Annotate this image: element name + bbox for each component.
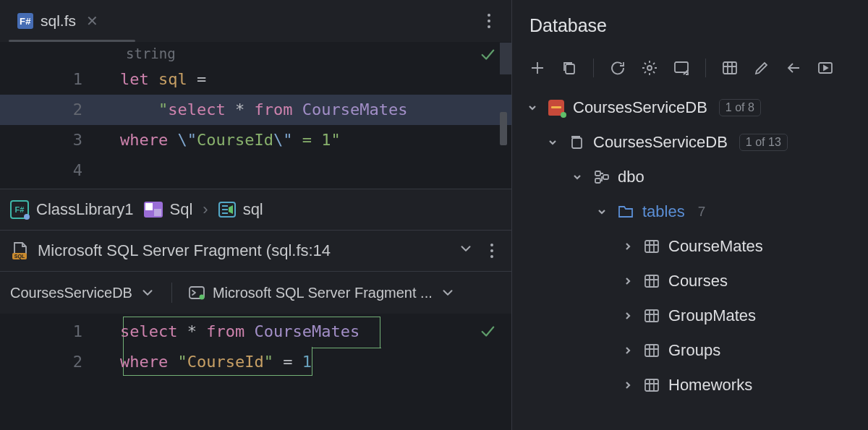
code-escape: \" bbox=[273, 131, 293, 149]
tree-table[interactable]: Courses bbox=[525, 264, 862, 298]
svg-rect-21 bbox=[645, 275, 658, 287]
settings-button[interactable] bbox=[639, 57, 660, 79]
line-number: 2 bbox=[0, 347, 120, 377]
sql-star: * bbox=[187, 322, 197, 340]
close-icon[interactable]: ✕ bbox=[86, 12, 98, 30]
sql-keyword-select: select bbox=[120, 322, 187, 340]
sql-quote: " bbox=[264, 353, 273, 371]
fsharp-project-icon: F# bbox=[10, 200, 29, 219]
duplicate-button[interactable] bbox=[558, 57, 580, 79]
code-editor[interactable]: string 1 let sql = 2 "select * from Cour… bbox=[0, 42, 511, 189]
datasource-selector[interactable]: CoursesServiceDB bbox=[10, 285, 156, 301]
chevron-down-icon[interactable] bbox=[570, 170, 584, 184]
tree-label: Courses bbox=[668, 272, 728, 291]
tree-table[interactable]: Homeworks bbox=[525, 368, 862, 403]
table-view-button[interactable] bbox=[719, 57, 741, 79]
fragment-title: Microsoft SQL Server Fragment (sql.fs:14 bbox=[38, 241, 449, 260]
line-number: 1 bbox=[0, 317, 120, 347]
sql-keyword-from: from bbox=[197, 322, 254, 340]
chevron-down-icon[interactable] bbox=[525, 100, 540, 115]
run-button[interactable] bbox=[814, 57, 836, 79]
fragment-header: SQL Microsoft SQL Server Fragment (sql.f… bbox=[0, 230, 511, 271]
editor-tab-sqlfs[interactable]: F# sql.fs ✕ bbox=[7, 0, 109, 42]
tree-label: tables bbox=[642, 202, 685, 221]
dialect-selector[interactable]: Microsoft SQL Server Fragment ... bbox=[188, 285, 456, 301]
code-indent bbox=[120, 100, 158, 119]
breadcrumb-module[interactable]: Sql bbox=[144, 200, 193, 219]
line-number: 1 bbox=[0, 64, 120, 95]
table-icon bbox=[642, 272, 661, 291]
breadcrumb: F# ClassLibrary1 Sql › sql bbox=[0, 189, 511, 230]
chevron-right-icon[interactable] bbox=[621, 343, 635, 358]
tree-label: CourseMates bbox=[668, 237, 763, 256]
tree-tables-folder[interactable]: tables 7 bbox=[525, 194, 862, 229]
svg-point-6 bbox=[490, 244, 493, 246]
sql-keyword-where: where bbox=[120, 353, 177, 371]
edit-button[interactable] bbox=[751, 57, 773, 79]
sql-star: * bbox=[235, 100, 244, 119]
sql-eq: = bbox=[273, 353, 302, 371]
tree-label: CoursesServiceDB bbox=[573, 98, 707, 117]
chevron-right-icon[interactable] bbox=[621, 378, 635, 392]
divider bbox=[705, 59, 706, 77]
refresh-button[interactable] bbox=[607, 57, 629, 79]
divider bbox=[171, 283, 172, 303]
child-count: 7 bbox=[698, 204, 706, 220]
breadcrumb-project[interactable]: F# ClassLibrary1 bbox=[10, 200, 134, 219]
database-tree[interactable]: CoursesServiceDB 1 of 8 CoursesServiceDB… bbox=[512, 86, 868, 403]
folder-icon bbox=[616, 202, 635, 221]
line-number: 2 bbox=[0, 95, 120, 125]
sql-keyword-where: where bbox=[120, 131, 177, 149]
tree-database[interactable]: CoursesServiceDB 1 of 13 bbox=[525, 125, 862, 160]
svg-text:SQL: SQL bbox=[14, 254, 25, 259]
chevron-down-icon[interactable] bbox=[458, 241, 474, 261]
tree-label: GroupMates bbox=[668, 306, 756, 325]
tab-filename: sql.fs bbox=[41, 12, 76, 30]
fragment-overflow-button[interactable] bbox=[482, 241, 501, 260]
divider bbox=[593, 59, 594, 77]
database-toolwindow-title: Database bbox=[512, 0, 868, 51]
svg-rect-20 bbox=[645, 241, 658, 252]
back-button[interactable] bbox=[783, 57, 804, 79]
count-badge: 1 of 13 bbox=[739, 134, 788, 151]
inlay-hint-type: string bbox=[126, 46, 176, 61]
svg-point-10 bbox=[199, 295, 204, 300]
jump-to-console-button[interactable] bbox=[671, 57, 692, 79]
code-string-close: " bbox=[331, 131, 340, 149]
svg-rect-14 bbox=[723, 62, 736, 74]
breadcrumb-symbol[interactable]: sql bbox=[218, 200, 263, 219]
chevron-right-icon[interactable] bbox=[621, 239, 635, 254]
table-icon bbox=[642, 341, 661, 360]
sqlserver-datasource-icon bbox=[547, 98, 566, 117]
add-datasource-button[interactable] bbox=[527, 57, 548, 79]
chevron-right-icon[interactable] bbox=[621, 309, 635, 323]
count-badge: 1 of 8 bbox=[719, 99, 761, 116]
code-escape: \" bbox=[177, 131, 197, 149]
inspection-ok-icon[interactable] bbox=[480, 47, 495, 66]
sql-file-icon: SQL bbox=[10, 241, 29, 260]
svg-rect-24 bbox=[645, 379, 658, 391]
tree-schema[interactable]: dbo bbox=[525, 160, 862, 194]
code-keyword: let bbox=[120, 70, 149, 88]
tree-table[interactable]: GroupMates bbox=[525, 298, 862, 333]
tree-table[interactable]: CourseMates bbox=[525, 229, 862, 264]
line-number: 3 bbox=[0, 125, 120, 155]
tree-datasource[interactable]: CoursesServiceDB 1 of 8 bbox=[525, 90, 862, 125]
tree-label: Homeworks bbox=[668, 376, 752, 395]
sql-column: CourseId bbox=[187, 353, 264, 371]
chevron-down-icon[interactable] bbox=[595, 205, 609, 219]
sql-preview-editor[interactable]: 1 select * from CourseMates 2 where "Cou… bbox=[0, 314, 511, 430]
svg-rect-23 bbox=[645, 345, 658, 356]
tab-overflow-button[interactable] bbox=[480, 12, 498, 30]
sql-column: CourseId bbox=[197, 131, 273, 149]
tree-label: Groups bbox=[668, 341, 720, 360]
code-operator: = bbox=[197, 70, 206, 88]
svg-rect-13 bbox=[675, 62, 688, 72]
code-identifier: sql bbox=[149, 70, 197, 88]
svg-rect-22 bbox=[645, 310, 658, 322]
fsharp-file-icon: F# bbox=[17, 13, 33, 29]
tree-table[interactable]: Groups bbox=[525, 333, 862, 368]
chevron-right-icon[interactable] bbox=[621, 274, 635, 288]
tree-label: CoursesServiceDB bbox=[593, 133, 728, 152]
chevron-down-icon[interactable] bbox=[545, 135, 560, 150]
